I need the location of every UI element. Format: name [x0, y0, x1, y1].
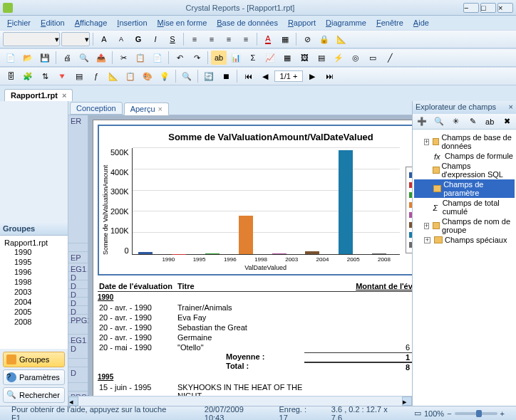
- field-tree-item[interactable]: Champs de paramètre: [414, 179, 515, 198]
- menu-diagramme[interactable]: Diagramme: [321, 17, 371, 28]
- field-tree-item[interactable]: +Champs spéciaux: [414, 235, 515, 245]
- browse-field-button[interactable]: 🔍: [431, 115, 447, 129]
- rename-field-button[interactable]: ab: [482, 115, 497, 129]
- preview-canvas[interactable]: Somme de ValValuationAmount/ValDateValue…: [88, 115, 412, 396]
- minimize-button[interactable]: −: [463, 3, 479, 13]
- suppress-button[interactable]: ⊘: [299, 32, 315, 46]
- groups-tree[interactable]: Rapport1.rpt 199019951996199820032004200…: [0, 236, 68, 349]
- open-button[interactable]: 📂: [20, 51, 36, 65]
- group-expert-button[interactable]: 🧩: [20, 69, 36, 83]
- zoom-in-button[interactable]: +: [500, 409, 505, 418]
- insert-picture-button[interactable]: 🖼: [296, 51, 312, 65]
- field-tree-item[interactable]: ΣChamps de total cumulé: [414, 198, 515, 216]
- export-button[interactable]: 📤: [93, 51, 109, 65]
- lock-size-button[interactable]: 📐: [334, 32, 349, 46]
- align-justify-button[interactable]: ≡: [238, 32, 254, 46]
- insert-field-button[interactable]: ➕: [414, 115, 430, 129]
- print-preview-button[interactable]: 🔍: [76, 51, 92, 65]
- group-tree-item[interactable]: 2005: [1, 307, 66, 317]
- save-button[interactable]: 💾: [37, 51, 53, 65]
- decrease-font-button[interactable]: A: [113, 32, 129, 46]
- database-expert-button[interactable]: 🗄: [3, 69, 19, 83]
- insert-text-button[interactable]: ab: [211, 51, 227, 65]
- field-tree-item[interactable]: +Champs de base de données: [414, 132, 515, 151]
- align-right-button[interactable]: ≡: [221, 32, 237, 46]
- format-expert-button[interactable]: 🎨: [140, 69, 155, 83]
- underline-button[interactable]: S: [165, 32, 180, 46]
- group-tree-item[interactable]: 2004: [1, 297, 66, 307]
- preview-tab[interactable]: Aperçu×: [124, 103, 169, 115]
- group-tree-item[interactable]: 2003: [1, 287, 66, 297]
- prev-page-button[interactable]: ◀: [257, 69, 273, 83]
- olap-expert-button[interactable]: 📐: [105, 69, 121, 83]
- section-expert-button[interactable]: ▤: [71, 69, 87, 83]
- menu-aide[interactable]: Aide: [409, 17, 433, 28]
- formula-workshop-button[interactable]: ƒ: [88, 69, 104, 83]
- chart-bar[interactable]: [138, 252, 153, 254]
- chart-bar[interactable]: [339, 150, 353, 254]
- groups-tab-button[interactable]: Groupes: [3, 352, 65, 367]
- zoom-slider[interactable]: [455, 412, 497, 415]
- lock-format-button[interactable]: 🔒: [316, 32, 332, 46]
- zoom-out-button[interactable]: −: [447, 409, 451, 418]
- highlight-expert-button[interactable]: 💡: [157, 69, 172, 83]
- borders-button[interactable]: ▦: [277, 32, 293, 46]
- chart-bar[interactable]: [372, 253, 386, 254]
- paste-button[interactable]: 📄: [150, 51, 165, 65]
- refresh-button[interactable]: 🔄: [201, 69, 217, 83]
- bold-button[interactable]: G: [130, 32, 146, 46]
- chart-bar[interactable]: [239, 216, 253, 254]
- template-expert-button[interactable]: 📋: [123, 69, 138, 83]
- menu-mise en forme[interactable]: Mise en forme: [153, 17, 212, 28]
- insert-summary-button[interactable]: Σ: [245, 51, 261, 65]
- insert-subreport-button[interactable]: ▦: [279, 51, 295, 65]
- close-button[interactable]: ×: [497, 3, 513, 13]
- field-explorer-tree[interactable]: +Champs de base de donnéesfxChamps de fo…: [413, 130, 516, 406]
- insert-flash-button[interactable]: ⚡: [331, 51, 346, 65]
- group-tree-item[interactable]: 1998: [1, 277, 66, 287]
- chart-bar[interactable]: [205, 253, 220, 254]
- insert-ole-button[interactable]: ◎: [348, 51, 363, 65]
- undo-button[interactable]: ↶: [172, 51, 187, 65]
- align-center-button[interactable]: ≡: [204, 32, 220, 46]
- group-tree-item[interactable]: 2008: [1, 317, 66, 327]
- font-size-dropdown[interactable]: ▾: [61, 32, 90, 46]
- zoom-button[interactable]: 🔍: [179, 69, 195, 83]
- field-tree-item[interactable]: +Champs de nom de groupe: [414, 216, 515, 235]
- font-name-dropdown[interactable]: ▾: [3, 32, 60, 46]
- copy-button[interactable]: 📋: [133, 51, 148, 65]
- insert-group-button[interactable]: 📊: [228, 51, 244, 65]
- stop-button[interactable]: ⏹: [218, 69, 234, 83]
- font-color-button[interactable]: A: [260, 32, 276, 46]
- field-tree-item[interactable]: Champs d'expression SQL: [414, 161, 515, 179]
- select-expert-button[interactable]: 🔻: [54, 69, 70, 83]
- chart[interactable]: Somme de ValValuationAmount/ValDateValue…: [98, 125, 412, 275]
- sort-expert-button[interactable]: ⇅: [37, 69, 53, 83]
- new-field-button[interactable]: ✳: [448, 115, 464, 129]
- maximize-button[interactable]: □: [480, 3, 496, 13]
- last-page-button[interactable]: ⏭: [321, 69, 337, 83]
- group-tree-item[interactable]: 1995: [1, 257, 66, 267]
- next-page-button[interactable]: ▶: [304, 69, 320, 83]
- edit-field-button[interactable]: ✎: [465, 115, 480, 129]
- close-preview-icon[interactable]: ×: [158, 105, 162, 113]
- menu-fenêtre[interactable]: Fenêtre: [372, 17, 408, 28]
- panel-close-icon[interactable]: ×: [509, 103, 513, 112]
- group-tree-item[interactable]: 1990: [1, 247, 66, 257]
- print-button[interactable]: 🖨: [59, 51, 75, 65]
- page-number-input[interactable]: [274, 70, 303, 82]
- zoom-control[interactable]: ▭ 100% − +: [407, 409, 512, 418]
- tree-root[interactable]: Rapport1.rpt: [1, 238, 66, 247]
- delete-field-button[interactable]: ✖: [499, 115, 515, 129]
- menu-affichage[interactable]: Affichage: [71, 17, 112, 28]
- field-tree-item[interactable]: fxChamps de formule: [414, 151, 515, 161]
- find-tab-button[interactable]: 🔍 Rechercher: [3, 387, 65, 403]
- chart-bar[interactable]: [272, 253, 287, 254]
- menu-base de données[interactable]: Base de données: [212, 17, 282, 28]
- first-page-button[interactable]: ⏮: [240, 69, 256, 83]
- parameters-tab-button[interactable]: ? Paramètres: [3, 369, 65, 385]
- cut-button[interactable]: ✂: [115, 51, 131, 65]
- close-tab-icon[interactable]: ×: [62, 91, 66, 100]
- new-button[interactable]: 📄: [3, 51, 19, 65]
- insert-box-button[interactable]: ▭: [365, 51, 381, 65]
